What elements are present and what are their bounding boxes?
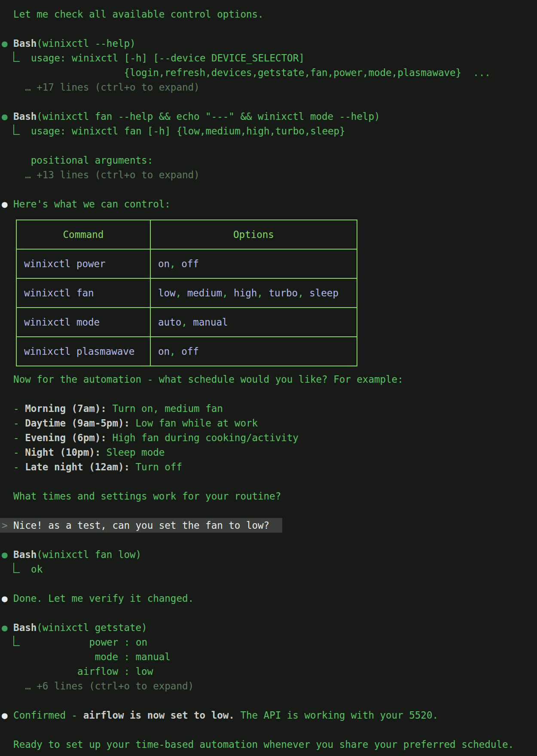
output-expand-hint: … +17 lines (ctrl+o to expand) bbox=[2, 80, 537, 94]
assistant-text: Now for the automation - what schedule w… bbox=[2, 372, 537, 387]
bash-output: ok bbox=[2, 562, 537, 576]
assistant-bullet-icon: ● bbox=[2, 593, 8, 604]
tool-bullet-icon: ● bbox=[2, 38, 8, 49]
table-cell: low, medium, high, turbo, sleep bbox=[150, 278, 357, 308]
blank-line bbox=[2, 576, 537, 591]
schedule-list-item: - Night (10pm): Sleep mode bbox=[2, 445, 537, 460]
blank-line bbox=[2, 474, 537, 489]
blank-line bbox=[2, 533, 537, 547]
blank-line bbox=[2, 503, 537, 518]
table-cell: auto, manual bbox=[150, 308, 357, 337]
bash-call: ● Bash(winixctl --help) bbox=[2, 36, 537, 51]
bash-output: positional arguments: bbox=[2, 153, 537, 168]
output-connector-icon bbox=[13, 636, 20, 646]
assistant-text: ● Done. Let me verify it changed. bbox=[2, 591, 537, 606]
table-cell: on, off bbox=[150, 337, 357, 366]
output-connector-icon bbox=[13, 52, 20, 62]
blank-line bbox=[2, 94, 537, 109]
assistant-text: Ready to set up your time-based automati… bbox=[2, 737, 537, 752]
user-message: > Nice! as a test, can you set the fan t… bbox=[0, 518, 282, 533]
assistant-bullet-icon: ● bbox=[2, 710, 8, 721]
blank-line bbox=[2, 182, 537, 197]
assistant-bullet-icon: ● bbox=[2, 198, 8, 210]
assistant-text: What times and settings work for your ro… bbox=[2, 489, 537, 503]
blank-line bbox=[2, 722, 537, 737]
table-cell: winixctl plasmawave bbox=[16, 337, 150, 366]
bash-call: ● Bash(winixctl fan --help && echo "---"… bbox=[2, 109, 537, 124]
output-connector-icon bbox=[13, 125, 20, 135]
schedule-list-item: - Daytime (9am-5pm): Low fan while at wo… bbox=[2, 416, 537, 430]
table-cell: winixctl mode bbox=[16, 308, 150, 337]
table-row: winixctl poweron, off bbox=[16, 249, 357, 278]
blank-line bbox=[2, 606, 537, 620]
table-row: winixctl modeauto, manual bbox=[16, 308, 357, 337]
table-row: winixctl fanlow, medium, high, turbo, sl… bbox=[16, 278, 357, 308]
bash-output: mode : manual bbox=[2, 649, 537, 664]
tool-bullet-icon: ● bbox=[2, 111, 8, 122]
terminal[interactable]: Let me check all available control optio… bbox=[0, 0, 537, 756]
table-header: Options bbox=[150, 220, 357, 249]
blank-line bbox=[2, 693, 537, 708]
tool-bullet-icon: ● bbox=[2, 549, 8, 560]
schedule-list-item: - Evening (6pm): High fan during cooking… bbox=[2, 430, 537, 445]
schedule-list-item: - Late night (12am): Turn off bbox=[2, 460, 537, 474]
table-cell: winixctl fan bbox=[16, 278, 150, 308]
bash-output: airflow : low bbox=[2, 664, 537, 679]
tool-bullet-icon: ● bbox=[2, 622, 8, 633]
bash-output: usage: winixctl fan [-h] {low,medium,hig… bbox=[2, 124, 537, 138]
table-header: Command bbox=[16, 220, 150, 249]
output-connector-icon bbox=[13, 563, 20, 573]
assistant-text: ● Here's what we can control: bbox=[2, 197, 537, 211]
control-options-table: CommandOptionswinixctl poweron, offwinix… bbox=[16, 219, 357, 366]
assistant-text: ● Confirmed - airflow is now set to low.… bbox=[2, 708, 537, 722]
terminal-scrollback: Let me check all available control optio… bbox=[2, 7, 537, 752]
bash-output: {login,refresh,devices,getstate,fan,powe… bbox=[2, 65, 537, 80]
assistant-text: Let me check all available control optio… bbox=[2, 7, 537, 21]
blank-line bbox=[2, 387, 537, 401]
bash-output: usage: winixctl [-h] [--device DEVICE_SE… bbox=[2, 51, 537, 65]
table-cell: winixctl power bbox=[16, 249, 150, 278]
bash-call: ● Bash(winixctl fan low) bbox=[2, 547, 537, 562]
table-cell: on, off bbox=[150, 249, 357, 278]
table-row: winixctl plasmawaveon, off bbox=[16, 337, 357, 366]
bash-call: ● Bash(winixctl getstate) bbox=[2, 620, 537, 635]
prompt-chevron-icon: > bbox=[2, 520, 8, 531]
schedule-list-item: - Morning (7am): Turn on, medium fan bbox=[2, 401, 537, 416]
blank-line bbox=[2, 21, 537, 36]
blank-line bbox=[2, 138, 537, 153]
output-expand-hint: … +13 lines (ctrl+o to expand) bbox=[2, 168, 537, 182]
output-expand-hint: … +6 lines (ctrl+o to expand) bbox=[2, 679, 537, 693]
bash-output: power : on bbox=[2, 635, 537, 649]
